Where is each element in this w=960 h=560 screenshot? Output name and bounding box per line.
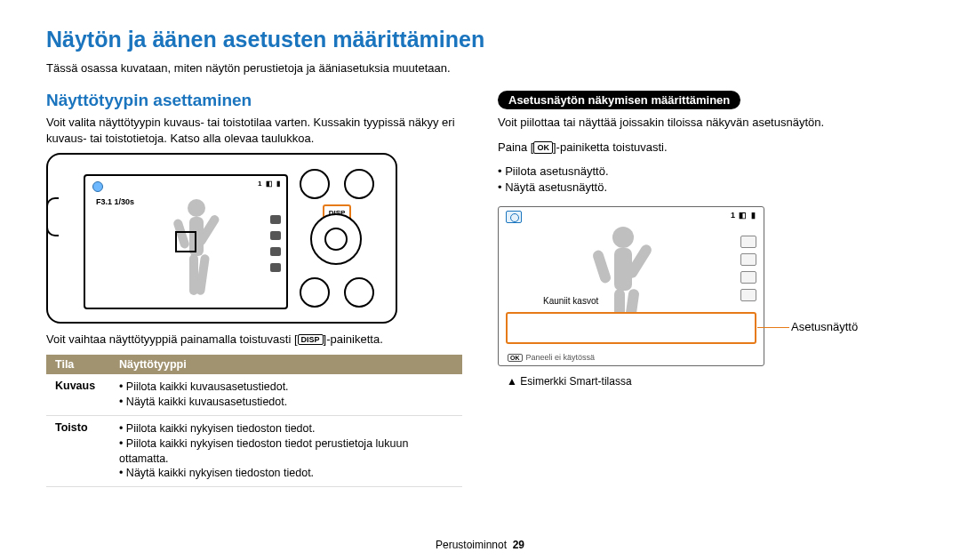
table-header-type: Näyttötyyppi (110, 355, 462, 374)
table-mode-cell: Toisto (46, 415, 110, 487)
smart-side-icon (740, 236, 756, 248)
camera-dpad-ring (310, 213, 362, 265)
smart-center-label: Kauniit kasvot (543, 296, 598, 306)
content-columns: Näyttötyypin asettaminen Voit valita näy… (46, 91, 914, 487)
svg-point-6 (612, 227, 634, 248)
smart-bottom-hint: OK Paneeli ei käytössä (508, 353, 595, 362)
under-camera-text: Voit vaihtaa näyttötyyppiä painamalla to… (46, 332, 462, 346)
mode-camera-icon (506, 211, 522, 223)
table-row: Kuvaus Piilota kaikki kuvausasetustiedot… (46, 374, 462, 415)
smart-side-icon (740, 253, 756, 266)
figure-caption: ▲ Esimerkki Smart-tilassa (507, 375, 632, 388)
lcd-focus-frame (175, 231, 196, 252)
table-bullet: Piilota kaikki nykyisen tiedoston tiedot… (119, 436, 453, 467)
smart-side-icon (740, 289, 756, 301)
right-body-1: Voit piilottaa tai näyttää joissakin til… (498, 115, 914, 131)
under-camera-pre: Voit vaihtaa näyttötyyppiä painamalla to… (46, 332, 298, 346)
press-ok-instruction: Paina [OK]-painiketta toistuvasti. (498, 140, 914, 156)
page-footer: Perustoiminnot 29 (0, 539, 960, 551)
press-post: ]-painiketta toistuvasti. (553, 140, 668, 154)
page-intro: Tässä osassa kuvataan, miten näytön peru… (46, 61, 914, 75)
display-type-table: Tila Näyttötyyppi Kuvaus Piilota kaikki … (46, 355, 462, 487)
table-bullet: Piilota kaikki nykyisen tiedoston tiedot… (119, 421, 453, 436)
right-bullet: Piilota asetusnäyttö. (498, 164, 914, 180)
lcd-icon (270, 247, 281, 256)
smart-mode-screen: 1 ◧ ▮ Kaunii (498, 206, 764, 366)
table-type-cell: Piilota kaikki nykyisen tiedoston tiedot… (110, 415, 462, 487)
camera-button-bottom-left (300, 277, 330, 308)
left-section-title: Näyttötyypin asettaminen (46, 91, 462, 110)
table-row: Toisto Piilota kaikki nykyisen tiedoston… (46, 415, 462, 487)
lcd-exposure-label: F3.1 1/30s (96, 197, 134, 206)
left-column: Näyttötyypin asettaminen Voit valita näy… (46, 91, 462, 487)
smart-top-status: 1 ◧ ▮ (731, 211, 756, 220)
smart-bottom-text: Paneeli ei käytössä (526, 353, 596, 362)
right-pill-heading: Asetusnäytön näkymisen määrittäminen (498, 91, 740, 109)
left-section-body: Voit valita näyttötyypin kuvaus- tai toi… (46, 115, 462, 146)
svg-rect-8 (591, 250, 612, 285)
camera-button-bottom-right (344, 277, 374, 308)
press-pre: Paina [ (498, 140, 533, 154)
mode-globe-icon (92, 181, 103, 192)
camera-ok-button (324, 228, 348, 251)
ok-chip-icon: OK (508, 354, 523, 362)
table-header-mode: Tila (46, 355, 110, 374)
settings-panel-highlight (506, 312, 756, 344)
callout-leader-line (757, 327, 789, 328)
smart-side-icon (740, 271, 756, 284)
lcd-icon (270, 231, 281, 240)
camera-button-top-right (344, 169, 374, 199)
right-bullet-list: Piilota asetusnäyttö. Näytä asetusnäyttö… (498, 164, 914, 196)
smart-mode-figure: 1 ◧ ▮ Kaunii (498, 206, 871, 384)
footer-page-number: 29 (513, 539, 524, 551)
smart-side-icons (740, 236, 756, 301)
disp-inline-badge: DISP (298, 334, 324, 345)
camera-button-top-left (300, 169, 330, 199)
lcd-side-icons (270, 215, 281, 272)
lcd-icon (270, 215, 281, 224)
camera-back-illustration: 1 ◧ ▮ F3.1 1/30s (46, 153, 397, 324)
table-bullet: Näytä kaikki kuvausasetustiedot. (119, 395, 453, 410)
footer-label: Perustoiminnot (436, 539, 507, 551)
svg-point-0 (188, 199, 205, 217)
callout-label: Asetusnäyttö (791, 320, 858, 333)
ok-inline-badge: OK (533, 141, 553, 154)
right-bullet: Näytä asetusnäyttö. (498, 180, 914, 196)
under-camera-post: ]-painiketta. (324, 332, 383, 346)
camera-strap-loop (46, 197, 59, 236)
lcd-top-status: 1 ◧ ▮ (258, 180, 281, 188)
table-bullet: Piilota kaikki kuvausasetustiedot. (119, 380, 453, 395)
table-bullet: Näytä kaikki nykyisen tiedoston tiedot. (119, 466, 453, 481)
table-type-cell: Piilota kaikki kuvausasetustiedot. Näytä… (110, 374, 462, 415)
camera-lcd-screen: 1 ◧ ▮ F3.1 1/30s (84, 174, 288, 309)
table-mode-cell: Kuvaus (46, 374, 110, 415)
right-column: Asetusnäytön näkymisen määrittäminen Voi… (498, 91, 914, 487)
page-title: Näytön ja äänen asetusten määrittäminen (46, 27, 914, 52)
lcd-icon (270, 263, 281, 272)
